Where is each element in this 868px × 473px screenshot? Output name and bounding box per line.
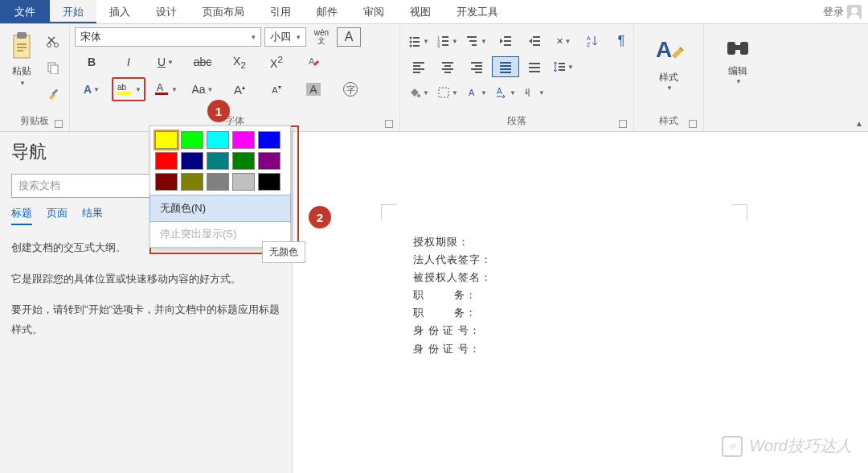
char-shading-button[interactable]: A [297,77,330,101]
align-distribute-button[interactable] [521,56,548,77]
bullets-button[interactable]: ▼ [405,31,432,51]
color-swatch-maroon[interactable] [155,173,178,191]
document-text[interactable]: 授权期限： 法人代表签字： 被授权人签名： 职 务： 职 务： 身 份 证 号：… [413,233,492,358]
align-left-button[interactable] [405,56,432,77]
svg-rect-46 [471,62,482,64]
decrease-indent-button[interactable] [492,31,519,51]
line-spacing-button[interactable]: ▼ [550,56,577,77]
tab-developer[interactable]: 开发工具 [444,0,511,23]
multilevel-button[interactable]: ▼ [463,31,490,51]
phonetic-guide-button[interactable]: wén文 [309,27,334,47]
color-swatch-purple[interactable] [258,152,280,170]
color-swatch-black[interactable] [258,173,280,191]
color-swatch-magenta[interactable] [232,131,255,149]
styles-button[interactable]: A [649,31,689,71]
callout-badge-1: 1 [207,100,230,122]
change-case-button[interactable]: Aa▼ [186,77,219,101]
bold-button[interactable]: B [75,50,108,74]
paste-icon [9,31,35,63]
char-border-button[interactable]: A [337,27,361,47]
login-button[interactable]: 登录 [817,0,868,23]
dialog-launcher-icon[interactable] [55,120,63,128]
text-direction-icon [524,86,537,99]
no-color-item[interactable]: 无颜色(N) [149,195,291,222]
tab-review[interactable]: 审阅 [350,0,397,23]
tab-view[interactable]: 视图 [397,0,444,23]
grid-icon: A [466,86,479,99]
nav-tab-results[interactable]: 结果 [82,206,103,225]
find-button[interactable] [721,31,755,64]
subscript-button[interactable]: X2 [223,50,256,74]
font-name-combo[interactable]: 宋体▾ [75,27,261,47]
asian-layout-button[interactable]: ✕▼ [550,31,577,51]
tab-layout[interactable]: 页面布局 [190,0,257,23]
color-swatch-teal[interactable] [207,152,229,170]
color-swatch-olive[interactable] [181,173,203,191]
color-swatch-darkgreen[interactable] [232,152,255,170]
increase-indent-button[interactable] [521,31,548,51]
color-swatch-cyan[interactable] [207,131,229,149]
callout-badge-2: 2 [309,206,331,228]
color-swatch-gray[interactable] [207,173,229,191]
numbering-button[interactable]: 123▼ [434,31,461,51]
svg-rect-24 [442,40,448,42]
crop-mark-icon [381,204,397,220]
nav-tab-pages[interactable]: 页面 [47,206,68,225]
char-scale-button[interactable]: A▼ [492,82,519,103]
color-swatch-blue[interactable] [258,131,280,149]
paste-button[interactable]: 粘贴 ▼ [5,27,39,90]
edit-label: 编辑 [728,64,747,78]
borders-button[interactable]: ▼ [434,82,461,103]
phonetic-icon: wén文 [314,29,329,45]
svg-rect-55 [529,67,540,68]
nav-tab-headings[interactable]: 标题 [11,206,32,225]
underline-button[interactable]: U▼ [149,50,182,74]
superscript-button[interactable]: X2 [260,50,293,74]
dialog-launcher-icon[interactable] [689,120,697,128]
strikethrough-button[interactable]: abc [186,50,219,74]
cut-button[interactable] [42,32,64,51]
tab-home[interactable]: 开始 [50,0,96,23]
align-right-button[interactable] [463,56,490,77]
highlight-button[interactable]: ab▼ [112,77,145,101]
change-case-icon: Aa [191,83,205,96]
font-color-button[interactable]: A▼ [149,77,182,101]
dialog-launcher-icon[interactable] [619,120,627,128]
text-direction-button[interactable]: ▼ [521,82,548,103]
show-marks-button[interactable]: ¶ [608,31,635,51]
format-painter-button[interactable] [42,84,64,103]
svg-rect-22 [442,36,448,38]
clear-format-button[interactable]: A [297,50,330,74]
svg-rect-50 [500,62,511,64]
color-swatch-yellow[interactable] [155,131,178,149]
tab-file[interactable]: 文件 [0,0,50,23]
shading-button[interactable]: ▼ [405,82,432,103]
color-swatch-silver[interactable] [232,173,255,191]
tab-mail[interactable]: 邮件 [304,0,350,23]
font-color-icon: A [154,80,170,99]
svg-rect-27 [467,36,477,38]
snap-grid-button[interactable]: A▼ [463,82,490,103]
dialog-launcher-icon[interactable] [385,120,393,128]
italic-button[interactable]: I [112,50,145,74]
document-area[interactable]: 授权期限： 法人代表签字： 被授权人签名： 职 务： 职 务： 身 份 证 号：… [293,132,868,473]
align-justify-button[interactable] [492,56,519,77]
text-effects-button[interactable]: A▼ [75,77,108,101]
shrink-font-button[interactable]: A▾ [260,77,293,101]
align-center-button[interactable] [434,56,461,77]
enclose-char-button[interactable]: 字 [334,77,367,101]
tab-design[interactable]: 设计 [143,0,190,23]
tab-insert[interactable]: 插入 [96,0,143,23]
color-swatch-navy[interactable] [181,152,203,170]
sort-button[interactable]: AZ [579,31,606,51]
copy-button[interactable] [42,58,64,77]
grow-font-button[interactable]: A▴ [223,77,256,101]
underline-icon: U [158,56,166,68]
borders-icon [437,86,450,99]
svg-point-17 [410,41,412,43]
font-size-combo[interactable]: 小四▾ [264,27,306,47]
color-swatch-green[interactable] [181,131,203,149]
collapse-ribbon-button[interactable]: ▲ [855,119,863,128]
color-swatch-red[interactable] [155,152,178,170]
tab-references[interactable]: 引用 [257,0,304,23]
